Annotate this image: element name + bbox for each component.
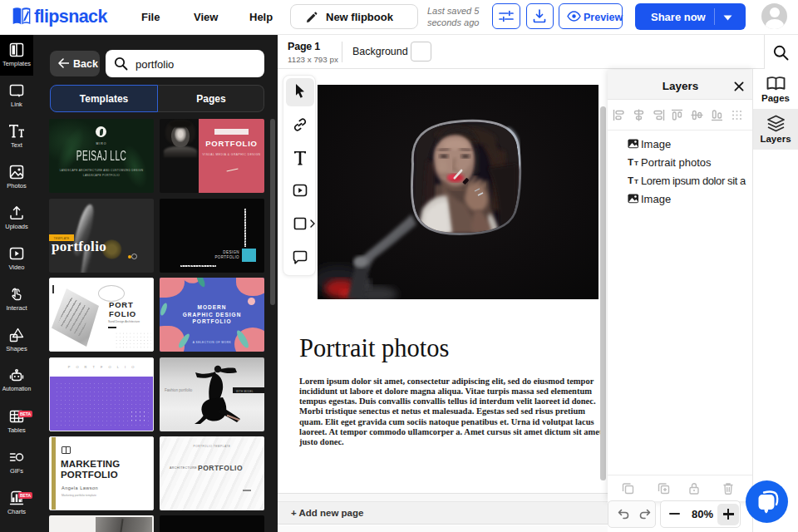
svg-text:T: T	[634, 160, 638, 167]
svg-text:T: T	[634, 178, 638, 185]
svg-text:T: T	[628, 156, 634, 167]
svg-text:T: T	[628, 175, 634, 185]
svg-text:flipsnack: flipsnack	[34, 7, 107, 27]
